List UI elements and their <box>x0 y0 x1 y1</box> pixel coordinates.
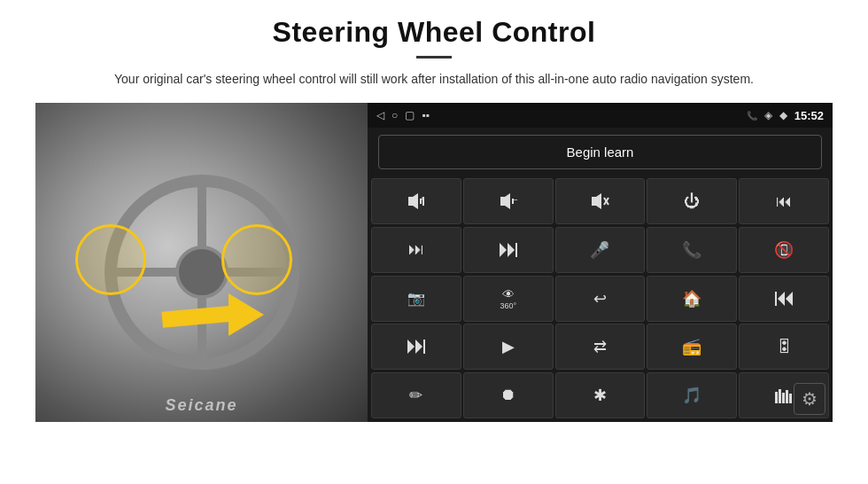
camera-button[interactable]: 📷 <box>371 276 461 322</box>
begin-learn-button[interactable]: Begin learn <box>378 135 822 169</box>
recents-nav-icon[interactable]: ▢ <box>405 109 415 121</box>
svg-rect-13 <box>775 292 777 306</box>
begin-learn-area: Begin learn <box>368 128 833 176</box>
svg-text:−: − <box>513 195 518 205</box>
swap-button[interactable]: ⇄ <box>555 324 646 370</box>
page-container: Steering Wheel Control Your original car… <box>0 0 868 484</box>
nav-button[interactable]: ▶ <box>463 324 554 370</box>
back-button[interactable]: ↩ <box>555 276 646 322</box>
seicane-watermark: Seicane <box>165 396 237 415</box>
svg-rect-12 <box>515 243 517 257</box>
signal-icon: ▪▪ <box>422 109 430 121</box>
home-nav-icon[interactable]: ○ <box>391 109 398 121</box>
settings-button[interactable]: ⚙ <box>794 383 825 415</box>
home-button[interactable]: 🏠 <box>647 276 737 322</box>
svg-text:+: + <box>420 195 424 203</box>
back-nav-icon[interactable]: ◁ <box>376 109 384 121</box>
steering-wheel-image: Seicane <box>35 103 368 422</box>
mute-button[interactable] <box>555 178 646 224</box>
ff-button[interactable] <box>463 227 554 273</box>
svg-rect-20 <box>779 389 781 403</box>
control-grid: + − ⏻ ⏮ ⏭ 🎤 📞 📵 📷 <box>368 176 833 422</box>
wifi-status-icon: ◈ <box>764 109 772 121</box>
skip-fwd-button[interactable] <box>371 324 461 370</box>
vol-down-button[interactable]: − <box>463 178 554 224</box>
svg-rect-19 <box>775 392 778 403</box>
next-button[interactable]: ⏭ <box>371 227 461 273</box>
page-title: Steering Wheel Control <box>273 16 596 49</box>
power-button[interactable]: ⏻ <box>647 178 737 224</box>
svg-rect-21 <box>782 393 785 403</box>
page-subtitle: Your original car's steering wheel contr… <box>114 69 754 89</box>
music-button[interactable]: 🎵 <box>647 372 737 418</box>
svg-marker-18 <box>415 340 422 354</box>
radio-button[interactable]: 📻 <box>647 324 737 370</box>
location-status-icon: ◆ <box>779 109 787 121</box>
button-group-right <box>221 224 292 295</box>
svg-rect-22 <box>786 390 788 403</box>
pen-button[interactable]: ✏ <box>371 372 461 418</box>
button-group-left <box>75 224 146 295</box>
hangup-button[interactable]: 📵 <box>739 227 829 273</box>
svg-marker-7 <box>592 193 601 209</box>
svg-marker-4 <box>500 193 510 209</box>
phone-button[interactable]: 📞 <box>647 227 737 273</box>
svg-rect-16 <box>423 340 425 354</box>
bluetooth-button[interactable]: ✱ <box>555 372 646 418</box>
svg-marker-17 <box>407 340 415 354</box>
arrow-indicator <box>162 289 268 342</box>
svg-rect-23 <box>789 394 792 403</box>
360-view-button[interactable]: 👁 360° <box>463 276 554 322</box>
status-bar: ◁ ○ ▢ ▪▪ 📞 ◈ ◆ 15:52 <box>368 103 833 128</box>
title-divider <box>416 56 452 59</box>
content-area: Seicane ◁ ○ ▢ ▪▪ 📞 ◈ ◆ 15:52 <box>35 103 833 422</box>
equalizer-button[interactable]: 🎛 <box>739 324 829 370</box>
mic-button[interactable]: 🎤 <box>555 227 646 273</box>
settings-area: ⚙ <box>794 383 825 415</box>
status-bar-left: ◁ ○ ▢ ▪▪ <box>376 109 430 121</box>
android-ui-panel: ◁ ○ ▢ ▪▪ 📞 ◈ ◆ 15:52 Begin learn <box>368 103 833 422</box>
vol-up-button[interactable]: + <box>371 178 461 224</box>
svg-marker-11 <box>508 243 515 257</box>
svg-marker-0 <box>408 193 418 209</box>
status-bar-right: 📞 ◈ ◆ 15:52 <box>747 109 824 122</box>
phone-status-icon: 📞 <box>747 111 757 121</box>
svg-marker-10 <box>500 243 507 257</box>
svg-marker-15 <box>778 292 785 306</box>
prev-button[interactable]: ⏮ <box>739 178 829 224</box>
skip-back-button[interactable] <box>739 276 829 322</box>
svg-marker-14 <box>786 292 793 306</box>
record-button[interactable]: ⏺ <box>463 372 554 418</box>
clock: 15:52 <box>794 109 824 122</box>
